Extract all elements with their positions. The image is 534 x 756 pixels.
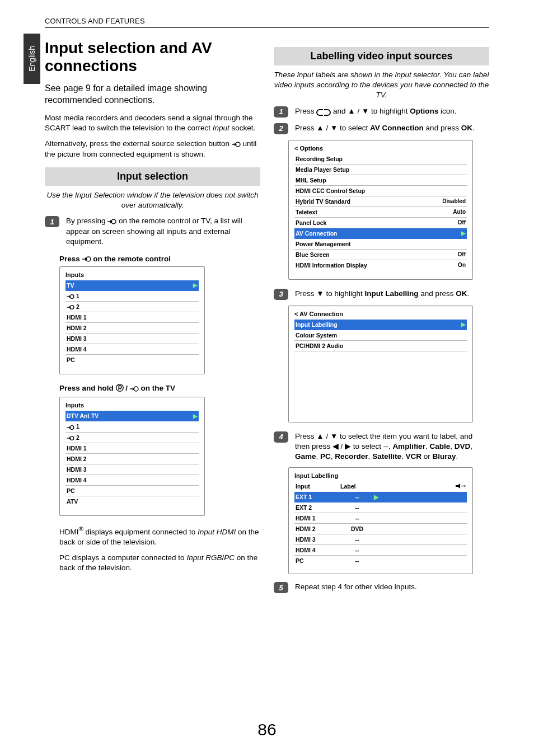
- list-item[interactable]: PC/HDMI 2 Audio: [294, 341, 467, 351]
- list-item[interactable]: ATV: [65, 496, 199, 506]
- list-item[interactable]: MHL Setup: [294, 175, 467, 186]
- step-2-right: 2 Press ▲ / ▼ to select AV Connection an…: [274, 123, 489, 134]
- section-input-selection: Input selection: [45, 167, 260, 186]
- text: and press: [426, 124, 461, 132]
- list-item[interactable]: TV▶: [65, 280, 199, 291]
- list-item[interactable]: HDMI Information DisplayOn: [294, 260, 467, 270]
- list-item[interactable]: Panel LockOff: [294, 218, 467, 228]
- source-icon: [107, 218, 116, 225]
- step-text: Repeat step 4 for other video inputs.: [295, 582, 489, 592]
- text: to select: [340, 124, 370, 132]
- text: to highlight: [326, 289, 364, 298]
- list-item[interactable]: DTV Ant TV▶: [65, 411, 199, 421]
- chevron-right-icon: ▶: [193, 413, 198, 419]
- text: 2: [76, 434, 79, 441]
- item-value: Disabled: [442, 198, 466, 204]
- list-item[interactable]: HDMI 4: [65, 344, 199, 355]
- step-5-right: 5 Repeat step 4 for other video inputs.: [274, 582, 489, 593]
- table-row[interactable]: HDMI 3--: [294, 534, 467, 545]
- list-item[interactable]: HDMI 1: [65, 443, 199, 454]
- item-label: ATV: [67, 498, 78, 505]
- list-item[interactable]: AV Connection▶: [294, 228, 467, 239]
- text: and press: [420, 289, 456, 298]
- text: Press: [295, 432, 316, 440]
- list-item[interactable]: 1: [65, 291, 199, 302]
- table-header: Input Label: [294, 481, 467, 492]
- table-row[interactable]: HDMI 2DVD: [294, 524, 467, 534]
- list-item[interactable]: Colour System: [294, 330, 467, 341]
- down-arrow-icon: ▼: [330, 124, 338, 132]
- source-icon: [67, 425, 74, 430]
- source-icon: [67, 435, 74, 441]
- list-item[interactable]: HDMI 3: [65, 464, 199, 475]
- list-item[interactable]: Power Management: [294, 239, 467, 250]
- list-item[interactable]: HDMI CEC Control Setup: [294, 186, 467, 196]
- text: /: [326, 432, 330, 440]
- text: HDMI: [59, 527, 79, 536]
- list-item[interactable]: Media Player Setup: [294, 165, 467, 175]
- menu-title: Inputs: [65, 402, 199, 408]
- step-badge-1: 1: [274, 106, 288, 118]
- source-icon: [67, 304, 74, 310]
- text: /: [341, 442, 345, 450]
- item-label: HDMI 3: [67, 335, 87, 342]
- step-badge-4: 4: [274, 431, 288, 443]
- text: Alternatively, press the external source…: [45, 139, 232, 148]
- list-item[interactable]: 1: [65, 421, 199, 432]
- list-item[interactable]: TeletextAuto: [294, 207, 467, 218]
- text: 1: [76, 423, 79, 430]
- list-item[interactable]: HDMI 2: [65, 323, 199, 334]
- text: Press and hold: [59, 384, 116, 392]
- list-item[interactable]: Hybrid TV StandardDisabled: [294, 196, 467, 207]
- list-item[interactable]: Blue ScreenOff: [294, 250, 467, 260]
- item-label: 2: [67, 303, 79, 310]
- options-menu: < Options Recording SetupMedia Player Se…: [288, 140, 473, 280]
- list-item[interactable]: 2: [65, 302, 199, 312]
- down-arrow-icon: ▼: [362, 107, 369, 115]
- paragraph-altsource: Alternatively, press the external source…: [45, 139, 260, 159]
- item-label: HDMI 3: [67, 466, 87, 473]
- list-item[interactable]: Input Labelling▶: [294, 320, 467, 330]
- down-arrow-icon: ▼: [316, 289, 324, 298]
- bold-word: AV Connection: [370, 124, 424, 132]
- italic-word: Input HDMI: [198, 527, 236, 536]
- text: displays equipment connected to: [83, 527, 198, 536]
- text: on the TV: [141, 384, 176, 392]
- cell-input: HDMI 1: [296, 515, 340, 522]
- item-value: Off: [458, 219, 466, 226]
- text: .: [456, 452, 458, 461]
- text: Press: [295, 289, 316, 298]
- item-label: HDMI 4: [67, 346, 87, 353]
- list-item[interactable]: HDMI 2: [65, 454, 199, 464]
- list-item[interactable]: 2: [65, 433, 199, 443]
- table-row[interactable]: PC--: [294, 556, 467, 566]
- list-item[interactable]: HDMI 4: [65, 475, 199, 486]
- list-item[interactable]: PC: [65, 355, 199, 365]
- step-1-left: 1 By pressing on the remote control or T…: [45, 216, 260, 247]
- item-label: Power Management: [296, 241, 351, 247]
- item-label: Blue Screen: [296, 251, 330, 258]
- table-row[interactable]: EXT 1--▶: [294, 492, 467, 503]
- item-label: PC/HDMI 2 Audio: [296, 342, 343, 349]
- footnote-pc: PC displays a computer connected to Inpu…: [59, 553, 260, 573]
- list-item[interactable]: HDMI 3: [65, 334, 199, 344]
- item-label: MHL Setup: [296, 177, 326, 184]
- up-arrow-icon: ▲: [316, 124, 324, 132]
- table-row[interactable]: HDMI 1--: [294, 513, 467, 524]
- table-row[interactable]: EXT 2--: [294, 503, 467, 513]
- table-row[interactable]: HDMI 4--: [294, 545, 467, 556]
- source-icon: [67, 294, 74, 299]
- list-item[interactable]: PC: [65, 486, 199, 496]
- cell-label: --: [340, 536, 374, 543]
- list-item[interactable]: HDMI 1: [65, 312, 199, 323]
- text: Press: [295, 124, 316, 132]
- text: /: [357, 107, 362, 115]
- item-label: AV Connection: [296, 230, 337, 237]
- item-label: Media Player Setup: [296, 166, 349, 173]
- bold-word: Bluray: [432, 452, 456, 461]
- quick-menu-icon: [316, 108, 331, 115]
- page-number: 86: [0, 720, 534, 739]
- bold-word: Recorder: [335, 452, 368, 461]
- list-item[interactable]: Recording Setup: [294, 154, 467, 165]
- text: icon.: [441, 107, 457, 115]
